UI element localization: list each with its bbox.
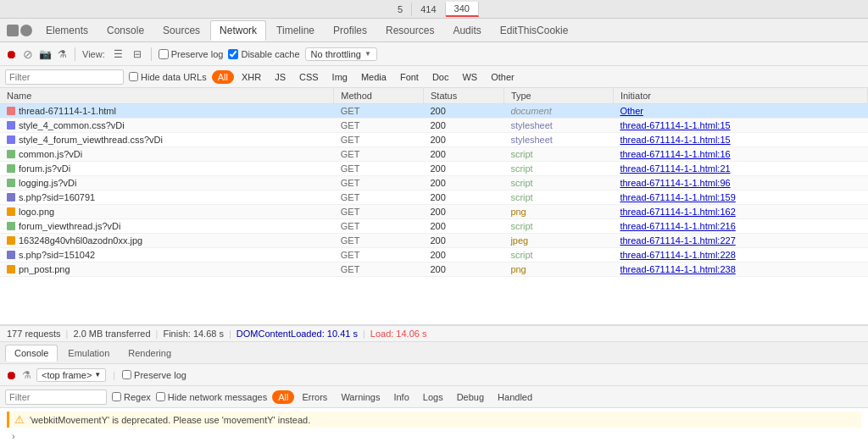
list-view-icon[interactable]: ☰ xyxy=(112,47,125,61)
warning-icon: ⚠ xyxy=(14,413,25,426)
console-btn-all[interactable]: All xyxy=(272,390,294,404)
filter-input[interactable] xyxy=(5,69,124,85)
col-method[interactable]: Method xyxy=(334,88,424,104)
bottom-tab-emulation[interactable]: Emulation xyxy=(59,345,118,361)
console-btn-errors[interactable]: Errors xyxy=(296,390,333,404)
initiator-cell[interactable]: thread-671114-1-1.html:15 xyxy=(613,133,867,147)
preserve-log-checkbox[interactable]: Preserve log xyxy=(159,49,224,59)
regex-input[interactable] xyxy=(112,392,121,401)
hide-data-urls-input[interactable] xyxy=(129,72,138,81)
tab-network[interactable]: Network xyxy=(210,20,266,41)
initiator-cell[interactable]: thread-671114-1-1.html:96 xyxy=(613,176,867,191)
filter-media[interactable]: Media xyxy=(355,70,392,84)
bottom-tab-console[interactable]: Console xyxy=(5,345,58,362)
grid-view-icon[interactable]: ⊟ xyxy=(131,47,144,61)
type-cell: document xyxy=(504,104,613,119)
console-cursor-row[interactable]: › xyxy=(7,429,861,442)
table-row[interactable]: logo.pngGET200pngthread-671114-1-1.html:… xyxy=(0,205,868,219)
clear-icon[interactable]: ⊘ xyxy=(22,48,34,60)
initiator-cell[interactable]: thread-671114-1-1.html:16 xyxy=(613,147,867,162)
camera-icon[interactable]: 📷 xyxy=(39,48,51,60)
table-row[interactable]: style_4_common.css?vDiGET200stylesheetth… xyxy=(0,119,868,133)
tab-console[interactable]: Console xyxy=(98,21,153,40)
console-btn-logs[interactable]: Logs xyxy=(417,390,449,404)
console-btn-warnings[interactable]: Warnings xyxy=(335,390,386,404)
preserve-log-input[interactable] xyxy=(159,49,169,59)
console-filter-icon[interactable]: ⚗ xyxy=(22,369,31,381)
tab-editthiscookie[interactable]: EditThisCookie xyxy=(492,21,577,40)
filter-other[interactable]: Other xyxy=(485,70,520,84)
frame-selector[interactable]: <top frame> ▼ xyxy=(36,368,106,382)
filter-xhr[interactable]: XHR xyxy=(236,70,267,84)
filter-ws[interactable]: WS xyxy=(456,70,483,84)
hide-network-checkbox[interactable]: Hide network messages xyxy=(156,392,267,402)
disable-cache-input[interactable] xyxy=(228,49,238,59)
initiator-cell[interactable]: thread-671114-1-1.html:228 xyxy=(613,248,867,262)
console-filter-input[interactable] xyxy=(5,390,107,405)
tab-sources[interactable]: Sources xyxy=(154,21,209,40)
bottom-tab-rendering[interactable]: Rendering xyxy=(120,345,180,361)
console-filter-buttons: All Errors Warnings Info Logs Debug Hand… xyxy=(272,390,538,404)
initiator-cell[interactable]: thread-671114-1-1.html:238 xyxy=(613,262,867,277)
console-btn-info[interactable]: Info xyxy=(387,390,415,404)
table-row[interactable]: pn_post.pngGET200pngthread-671114-1-1.ht… xyxy=(0,262,868,277)
filter-type-buttons: All XHR JS CSS Img Media Font Doc WS Oth… xyxy=(212,70,520,84)
file-type-icon xyxy=(7,222,15,230)
console-filter-toolbar: Regex Hide network messages All Errors W… xyxy=(0,386,868,408)
counter-414[interactable]: 414 xyxy=(412,3,445,16)
tab-audits[interactable]: Audits xyxy=(444,21,489,40)
console-preserve-log[interactable]: Preserve log xyxy=(122,370,186,380)
counter-5[interactable]: 5 xyxy=(389,3,412,16)
filter-all[interactable]: All xyxy=(212,70,234,84)
initiator-cell[interactable]: thread-671114-1-1.html:216 xyxy=(613,219,867,234)
disable-cache-checkbox[interactable]: Disable cache xyxy=(228,49,299,59)
console-btn-debug[interactable]: Debug xyxy=(451,390,490,404)
device-icon[interactable] xyxy=(20,25,32,36)
initiator-cell[interactable]: thread-671114-1-1.html:159 xyxy=(613,191,867,205)
throttle-arrow-icon: ▼ xyxy=(364,50,371,58)
tab-resources[interactable]: Resources xyxy=(377,21,442,40)
hide-data-urls-checkbox[interactable]: Hide data URLs xyxy=(129,72,207,82)
file-type-icon xyxy=(7,251,15,259)
filter-img[interactable]: Img xyxy=(326,70,353,84)
initiator-cell[interactable]: thread-671114-1-1.html:227 xyxy=(613,234,867,248)
file-name: logo.png xyxy=(19,207,54,217)
dom-content-loaded: DOMContentLoaded: 10.41 s xyxy=(236,329,358,339)
table-row[interactable]: logging.js?vDiGET200scriptthread-671114-… xyxy=(0,176,868,191)
counter-340[interactable]: 340 xyxy=(446,2,479,17)
regex-label: Regex xyxy=(124,392,151,402)
console-record-icon[interactable]: ⏺ xyxy=(5,368,17,382)
frame-label: <top frame> xyxy=(42,370,92,380)
filter-font[interactable]: Font xyxy=(394,70,425,84)
table-row[interactable]: 163248g40vh6l0azodn0xx.jpgGET200jpegthre… xyxy=(0,234,868,248)
hide-network-input[interactable] xyxy=(156,392,165,401)
record-icon[interactable]: ⏺ xyxy=(5,48,17,60)
filter-js[interactable]: JS xyxy=(269,70,292,84)
table-row[interactable]: forum.js?vDiGET200scriptthread-671114-1-… xyxy=(0,162,868,176)
console-btn-handled[interactable]: Handled xyxy=(492,390,538,404)
col-name[interactable]: Name xyxy=(0,88,334,104)
initiator-cell[interactable]: thread-671114-1-1.html:162 xyxy=(613,205,867,219)
table-row[interactable]: s.php?sid=151042GET200scriptthread-67111… xyxy=(0,248,868,262)
load-time: Load: 14.06 s xyxy=(370,329,427,339)
console-preserve-log-input[interactable] xyxy=(122,370,131,379)
tab-profiles[interactable]: Profiles xyxy=(325,21,376,40)
filter-icon[interactable]: ⚗ xyxy=(56,48,68,60)
table-row[interactable]: thread-671114-1-1.htmlGET200documentOthe… xyxy=(0,104,868,119)
filter-css[interactable]: CSS xyxy=(293,70,325,84)
table-row[interactable]: forum_viewthread.js?vDiGET200scriptthrea… xyxy=(0,219,868,234)
table-row[interactable]: s.php?sid=160791GET200scriptthread-67111… xyxy=(0,191,868,205)
filter-doc[interactable]: Doc xyxy=(426,70,455,84)
table-row[interactable]: common.js?vDiGET200scriptthread-671114-1… xyxy=(0,147,868,162)
tab-elements[interactable]: Elements xyxy=(37,21,97,40)
devtools-icon[interactable] xyxy=(7,25,19,36)
initiator-cell[interactable]: thread-671114-1-1.html:21 xyxy=(613,162,867,176)
initiator-cell[interactable]: thread-671114-1-1.html:15 xyxy=(613,119,867,133)
throttle-select[interactable]: No throttling ▼ xyxy=(305,47,377,61)
tab-timeline[interactable]: Timeline xyxy=(268,21,323,40)
col-type[interactable]: Type xyxy=(504,88,613,104)
table-row[interactable]: style_4_forum_viewthread.css?vDiGET200st… xyxy=(0,133,868,147)
col-initiator[interactable]: Initiator xyxy=(613,88,867,104)
regex-checkbox[interactable]: Regex xyxy=(112,392,151,402)
col-status[interactable]: Status xyxy=(424,88,504,104)
